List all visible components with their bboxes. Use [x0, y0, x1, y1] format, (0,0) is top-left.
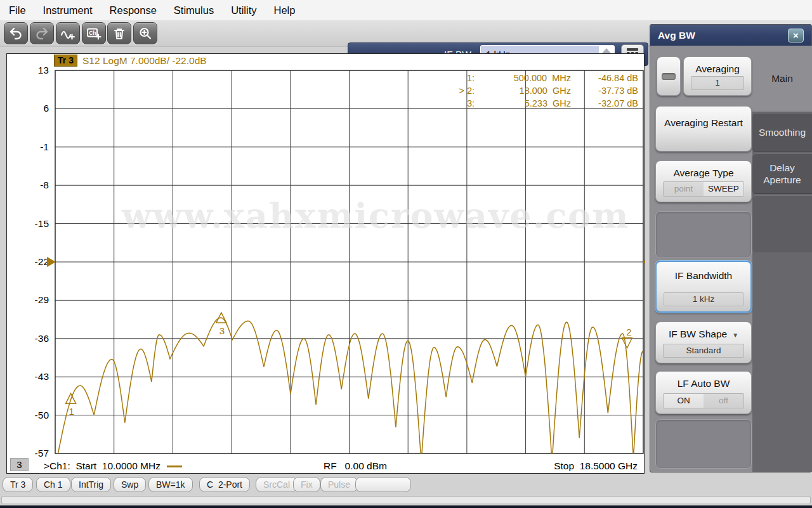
panel-title: Avg BW — [658, 30, 695, 41]
menu-instrument[interactable]: Instrument — [43, 4, 93, 16]
status-sweep[interactable]: Swp — [114, 477, 146, 492]
if-bandwidth-value: 1 kHz — [664, 292, 743, 306]
svg-text:Ch: Ch — [89, 29, 96, 36]
close-icon: × — [793, 30, 799, 40]
tab-main[interactable]: Main — [752, 46, 812, 112]
averaging-restart-label: Averaging Restart — [656, 107, 751, 129]
redo-icon — [34, 27, 49, 41]
marker-readout-level: -46.84 dB — [571, 72, 638, 84]
averaging-led-icon — [662, 73, 676, 80]
average-type-point-option[interactable]: point — [664, 182, 704, 196]
marker-readout-level: -37.73 dB — [571, 85, 638, 97]
average-type-segments: point SWEEP — [663, 181, 744, 197]
add-channel-icon: Ch — [86, 27, 102, 41]
y-axis-labels: 136-1-8-15-22-29-36-43-50-57 — [35, 65, 49, 459]
lf-auto-bw-on-option[interactable]: ON — [664, 394, 704, 408]
svg-text:-8: -8 — [40, 179, 49, 190]
plot-svg: 136-1-8-15-22-29-36-43-50-57123 — [7, 54, 645, 474]
averaging-toggle-button[interactable] — [657, 56, 681, 96]
add-trace-icon — [60, 27, 76, 41]
marker-readout-id: > 2: — [445, 85, 475, 97]
status-cal[interactable]: C 2-Port — [199, 477, 250, 492]
panel-tab-column: Main Smoothing Delay Aperture — [752, 46, 812, 472]
panel-close-button[interactable]: × — [788, 29, 804, 42]
marker-readout-id: 1: — [445, 72, 475, 84]
grid — [55, 70, 643, 453]
marker-2-label: 2 — [626, 327, 631, 337]
marker-2-icon — [622, 338, 632, 348]
marker-readout: 1: 500.000 MHz -46.84 dB > 2: 18.000 GHz… — [445, 72, 638, 110]
marker-readout-level: -32.07 dB — [571, 98, 638, 110]
menu-bar: File Instrument Response Stimulus Utilit… — [0, 0, 812, 20]
spin-up-icon[interactable] — [602, 48, 611, 53]
if-bandwidth-button[interactable]: IF Bandwidth 1 kHz — [655, 261, 752, 313]
stop-freq-text: Stop 18.5000 GHz — [554, 460, 638, 472]
averaging-label: Averaging — [684, 57, 751, 75]
menu-stimulus[interactable]: Stimulus — [174, 4, 214, 16]
svg-text:-29: -29 — [35, 294, 49, 305]
bottom-strip — [1, 496, 811, 504]
zoom-in-button[interactable] — [133, 22, 157, 44]
status-srccal[interactable]: SrcCal — [256, 477, 298, 492]
menu-file[interactable]: File — [9, 4, 26, 16]
dropdown-arrow-icon: ▼ — [732, 332, 738, 339]
status-bandwidth[interactable]: BW=1k — [148, 477, 193, 492]
if-bw-shape-label: IF BW Shape▼ — [656, 322, 751, 340]
tab-delay-aperture[interactable]: Delay Aperture — [752, 153, 812, 194]
averaging-value: 1 — [691, 76, 744, 90]
add-channel-button[interactable]: Ch — [82, 22, 106, 44]
if-bandwidth-label: IF Bandwidth — [657, 262, 750, 282]
chart-panel: Tr 3 S12 LogM 7.000dB/ -22.0dB 136-1-8-1… — [6, 53, 645, 474]
marker-readout-freq: 5.233 GHz — [475, 98, 571, 110]
svg-text:13: 13 — [38, 65, 49, 75]
status-bar: Tr 3 Ch 1 IntTrig Swp BW=1k C 2-Port Src… — [0, 476, 812, 495]
trace-s12 — [56, 318, 643, 462]
status-fix[interactable]: Fix — [293, 477, 320, 492]
marker-readout-id: 3: — [445, 98, 475, 110]
status-trigger[interactable]: IntTrig — [71, 477, 111, 492]
add-trace-button[interactable] — [56, 22, 80, 44]
svg-text:-15: -15 — [35, 218, 49, 229]
tab-smoothing[interactable]: Smoothing — [752, 113, 812, 152]
menu-utility[interactable]: Utility — [231, 4, 256, 16]
marker-readout-freq: 18.000 GHz — [475, 85, 571, 97]
status-pulse[interactable]: Pulse — [320, 477, 358, 492]
rf-power-text: RF 0.00 dBm — [324, 460, 387, 472]
status-channel[interactable]: Ch 1 — [36, 477, 70, 492]
if-bw-shape-value: Standard — [663, 344, 744, 358]
menu-help[interactable]: Help — [273, 4, 295, 16]
average-type-label: Average Type — [656, 161, 751, 179]
lf-auto-bw-segments: ON off — [663, 393, 744, 408]
svg-text:-36: -36 — [35, 333, 49, 344]
lf-auto-bw-off-option[interactable]: off — [704, 394, 743, 408]
svg-text:-57: -57 — [35, 448, 49, 459]
window-bottom-edge — [0, 505, 812, 508]
lf-auto-bw-label: LF Auto BW — [656, 372, 751, 389]
averaging-restart-button[interactable]: Averaging Restart — [655, 106, 752, 152]
if-bw-shape-button[interactable]: IF BW Shape▼ Standard — [655, 322, 752, 363]
chart-footer: >Ch1: Start 10.0000 MHz RF 0.00 dBm Stop… — [7, 460, 644, 473]
svg-text:-50: -50 — [35, 410, 49, 420]
marker-1-label: 1 — [69, 406, 74, 417]
panel-title-bar: Avg BW × — [650, 25, 811, 46]
delete-button[interactable] — [107, 22, 131, 44]
lf-auto-bw-button[interactable]: LF Auto BW ON off — [655, 371, 752, 414]
channel-start-text: >Ch1: Start 10.0000 MHz — [44, 460, 182, 472]
menu-response[interactable]: Response — [110, 4, 157, 16]
averaging-button[interactable]: Averaging 1 — [683, 56, 752, 96]
svg-text:-1: -1 — [40, 141, 49, 152]
undo-button[interactable] — [4, 22, 28, 44]
average-type-button[interactable]: Average Type point SWEEP — [655, 160, 752, 202]
panel-empty-button-1 — [655, 211, 752, 258]
undo-icon — [8, 27, 23, 41]
marker-readout-freq: 500.000 MHz — [475, 72, 571, 84]
trash-icon — [112, 27, 126, 41]
svg-text:6: 6 — [43, 103, 49, 114]
svg-text:-43: -43 — [35, 371, 49, 382]
avg-bw-panel: Avg BW × Main Smoothing Delay Aperture A… — [650, 24, 812, 472]
status-trace[interactable]: Tr 3 — [3, 477, 33, 492]
average-type-sweep-option[interactable]: SWEEP — [704, 182, 743, 196]
trace-color-legend — [167, 466, 182, 467]
redo-button[interactable] — [30, 22, 54, 44]
tab-empty — [752, 195, 812, 252]
